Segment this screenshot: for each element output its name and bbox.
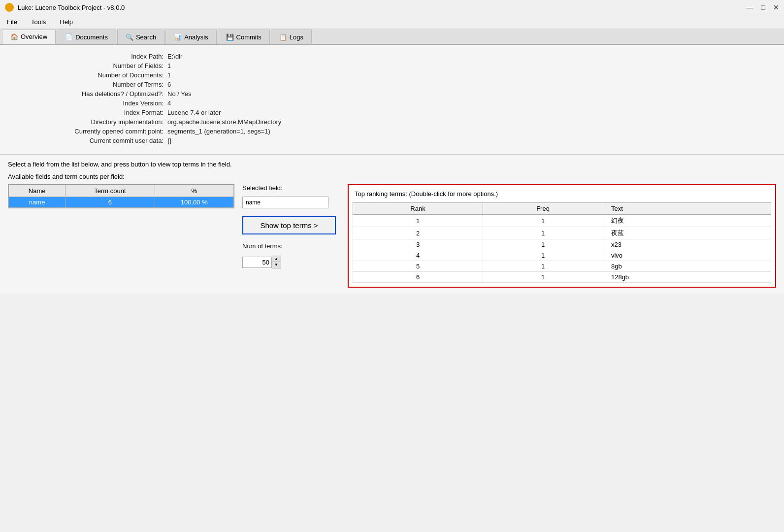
commit-user-value: {} bbox=[167, 137, 172, 144]
show-top-terms-button[interactable]: Show top terms > bbox=[242, 216, 336, 234]
num-of-terms-input[interactable] bbox=[242, 257, 272, 268]
index-version-label: Index Version: bbox=[10, 100, 167, 107]
top-terms-row[interactable]: 31x23 bbox=[353, 239, 771, 250]
top-terms-row[interactable]: 61128gb bbox=[353, 272, 771, 283]
index-format-label: Index Format: bbox=[10, 109, 167, 116]
commit-point-label: Currently opened commit point: bbox=[10, 128, 167, 135]
spinner-container: ▲ ▼ bbox=[242, 256, 335, 268]
menu-help[interactable]: Help bbox=[58, 17, 75, 27]
fields-table-header-row: Name Term count % bbox=[9, 185, 234, 197]
window-title: Luke: Lucene Toolbox Project - v8.0.0 bbox=[18, 4, 125, 11]
top-terms-header-row: Rank Freq Text bbox=[353, 203, 771, 215]
tab-logs[interactable]: 📋 Logs bbox=[271, 30, 312, 44]
fields-col-name: Name bbox=[9, 185, 65, 197]
freq-cell: 1 bbox=[483, 250, 603, 261]
middle-panel: Selected field: Show top terms > Num of … bbox=[234, 184, 343, 268]
field-percent-cell: 100.00 % bbox=[155, 197, 233, 208]
tab-analysis[interactable]: 📊 Analysis bbox=[165, 30, 216, 44]
spinner-up-button[interactable]: ▲ bbox=[272, 256, 281, 262]
menu-file[interactable]: File bbox=[5, 17, 19, 27]
field-name-cell: name bbox=[9, 197, 65, 208]
freq-cell: 1 bbox=[483, 215, 603, 227]
overview-icon: 🏠 bbox=[10, 33, 18, 40]
num-fields-value: 1 bbox=[167, 62, 171, 69]
rank-cell: 4 bbox=[353, 250, 483, 261]
top-terms-table: Rank Freq Text 11幻夜21夜蓝31x2341vivo518gb6… bbox=[353, 202, 771, 283]
fields-col-term-count: Term count bbox=[65, 185, 155, 197]
app-icon bbox=[5, 3, 14, 12]
info-section: Index Path: E:\dir Number of Fields: 1 N… bbox=[0, 45, 784, 155]
freq-cell: 1 bbox=[483, 227, 603, 239]
tab-analysis-label: Analysis bbox=[184, 33, 208, 41]
num-docs-label: Number of Documents: bbox=[10, 71, 167, 79]
index-format-row: Index Format: Lucene 7.4 or later bbox=[10, 109, 774, 116]
tab-search-label: Search bbox=[136, 33, 156, 41]
documents-icon: 📄 bbox=[65, 33, 73, 41]
num-docs-value: 1 bbox=[167, 71, 171, 79]
freq-cell: 1 bbox=[483, 272, 603, 283]
selected-field-input[interactable] bbox=[242, 197, 328, 208]
logs-icon: 📋 bbox=[279, 33, 287, 41]
rank-cell: 5 bbox=[353, 261, 483, 272]
rank-cell: 2 bbox=[353, 227, 483, 239]
num-docs-row: Number of Documents: 1 bbox=[10, 71, 774, 79]
dir-impl-value: org.apache.lucene.store.MMapDirectory bbox=[167, 118, 281, 126]
rank-cell: 1 bbox=[353, 215, 483, 227]
close-button[interactable]: ✕ bbox=[773, 3, 779, 11]
tab-overview[interactable]: 🏠 Overview bbox=[2, 30, 56, 44]
num-terms-row: Number of Terms: 6 bbox=[10, 81, 774, 88]
menu-tools[interactable]: Tools bbox=[29, 17, 48, 27]
num-fields-label: Number of Fields: bbox=[10, 62, 167, 69]
menu-bar: File Tools Help bbox=[0, 15, 784, 29]
num-terms-label: Number of Terms: bbox=[10, 81, 167, 88]
index-path-value: E:\dir bbox=[167, 53, 182, 60]
lower-layout: Name Term count % name6100.00 % Selected… bbox=[8, 184, 776, 288]
commit-user-label: Current commit user data: bbox=[10, 137, 167, 144]
instruction-text: Select a field from the list below, and … bbox=[8, 161, 776, 168]
main-content: Index Path: E:\dir Number of Fields: 1 N… bbox=[0, 45, 784, 294]
field-term-count-cell: 6 bbox=[65, 197, 155, 208]
index-version-row: Index Version: 4 bbox=[10, 100, 774, 107]
top-terms-row[interactable]: 41vivo bbox=[353, 250, 771, 261]
maximize-button[interactable]: □ bbox=[761, 3, 765, 11]
table-row[interactable]: name6100.00 % bbox=[9, 197, 234, 208]
commit-point-row: Currently opened commit point: segments_… bbox=[10, 128, 774, 135]
tab-logs-label: Logs bbox=[290, 33, 303, 41]
title-bar-left: Luke: Lucene Toolbox Project - v8.0.0 bbox=[5, 3, 125, 12]
text-cell: vivo bbox=[603, 250, 771, 261]
fields-label: Available fields and term counts per fie… bbox=[8, 173, 776, 180]
top-terms-col-rank: Rank bbox=[353, 203, 483, 215]
rank-cell: 3 bbox=[353, 239, 483, 250]
num-terms-value: 6 bbox=[167, 81, 171, 88]
title-bar-controls: — □ ✕ bbox=[747, 3, 779, 11]
top-terms-col-freq: Freq bbox=[483, 203, 603, 215]
tab-search[interactable]: 🔍 Search bbox=[117, 30, 164, 44]
num-of-terms-label: Num of terms: bbox=[242, 242, 335, 250]
fields-table: Name Term count % name6100.00 % bbox=[8, 185, 234, 208]
top-terms-container: Top ranking terms: (Double-click for mor… bbox=[348, 184, 776, 288]
tabs-bar: 🏠 Overview 📄 Documents 🔍 Search 📊 Analys… bbox=[0, 29, 784, 45]
top-terms-row[interactable]: 11幻夜 bbox=[353, 215, 771, 227]
fields-table-container: Name Term count % name6100.00 % bbox=[8, 184, 234, 208]
spinner-down-button[interactable]: ▼ bbox=[272, 262, 281, 268]
has-deletions-value: No / Yes bbox=[167, 90, 191, 98]
top-terms-row[interactable]: 21夜蓝 bbox=[353, 227, 771, 239]
text-cell: 夜蓝 bbox=[603, 227, 771, 239]
text-cell: x23 bbox=[603, 239, 771, 250]
analysis-icon: 📊 bbox=[174, 33, 182, 41]
commit-point-value: segments_1 (generation=1, segs=1) bbox=[167, 128, 270, 135]
tab-documents[interactable]: 📄 Documents bbox=[57, 30, 116, 44]
right-panel: Top ranking terms: (Double-click for mor… bbox=[348, 184, 776, 288]
top-terms-row[interactable]: 518gb bbox=[353, 261, 771, 272]
tab-documents-label: Documents bbox=[75, 33, 108, 41]
has-deletions-label: Has deletions? / Optimized?: bbox=[10, 90, 167, 98]
selected-field-label: Selected field: bbox=[242, 184, 335, 192]
text-cell: 128gb bbox=[603, 272, 771, 283]
bottom-section: Select a field from the list below, and … bbox=[0, 155, 784, 294]
freq-cell: 1 bbox=[483, 261, 603, 272]
tab-commits[interactable]: 💾 Commits bbox=[218, 30, 270, 44]
title-bar: Luke: Lucene Toolbox Project - v8.0.0 — … bbox=[0, 0, 784, 15]
minimize-button[interactable]: — bbox=[747, 3, 753, 11]
fields-col-percent: % bbox=[155, 185, 233, 197]
freq-cell: 1 bbox=[483, 239, 603, 250]
